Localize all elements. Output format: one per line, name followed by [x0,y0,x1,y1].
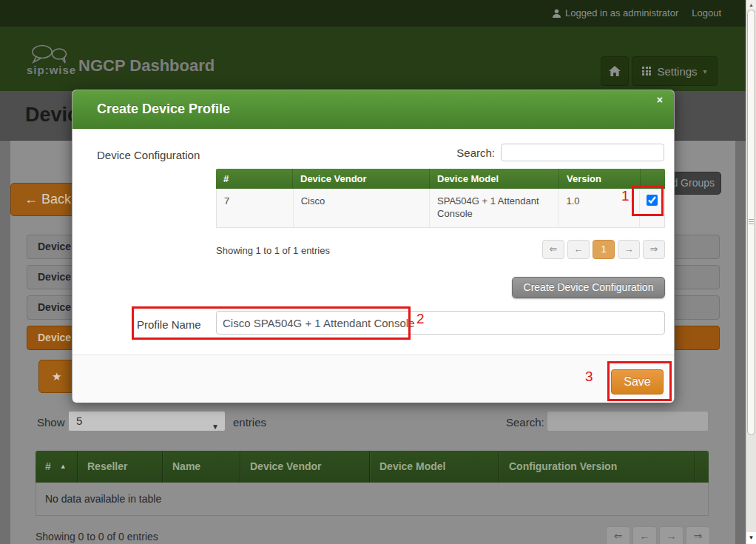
pagination-first-button[interactable]: ⇐ [606,526,630,544]
select-caret-icon: ▼ [212,417,219,437]
pagination-next-button[interactable]: → [659,526,684,544]
sort-asc-icon: ▲ [60,463,67,470]
login-status-text: Logged in as administrator [565,7,678,19]
table-row: 7 Cisco SPA504G + 1 Attendant Console 1.… [216,189,665,228]
create-device-profile-modal: Create Device Profile × Device Configura… [72,90,675,402]
column-header-version[interactable]: Version [559,169,641,189]
chevron-down-icon: ▾ [703,67,707,75]
modal-showing-info: Showing 1 to 1 of 1 entries [216,245,330,256]
sipwise-logo-icon [28,44,71,64]
device-configuration-table-header: # Device Vendor Device Model Version [216,169,665,189]
profiles-table: #▲ Reseller Name Device Vendor Device Mo… [36,451,709,516]
list-showing-info: Showing 0 to 0 of 0 entries [36,531,158,543]
column-header-name[interactable]: Name [163,451,240,483]
back-button-label: Back [41,192,71,206]
column-header-actions [695,451,709,483]
empty-table-row: No data available in table [36,483,709,516]
profiles-table-header: #▲ Reseller Name Device Vendor Device Mo… [36,451,709,483]
modal-search-label: Search: [456,147,495,159]
list-pagination: ⇐ ← → ⇒ [606,526,710,544]
screen: Logged in as administrator Logout sip:wi… [0,0,756,544]
user-icon [553,9,561,18]
pagination-prev-button[interactable]: ← [632,526,657,544]
modal-header: Create Device Profile × [72,90,674,129]
scrollbar-grip [749,219,754,225]
settings-button-label: Settings [657,65,697,78]
pagination-last-button[interactable]: ⇒ [686,526,710,544]
cell-device-vendor: Cisco [294,189,430,227]
scrollbar-thumb[interactable] [747,10,755,435]
brand-product-name: NGCP Dashboard [78,56,215,75]
star-icon: ★ [52,370,61,383]
column-header-id[interactable]: #▲ [36,451,78,483]
column-header-device-vendor[interactable]: Device Vendor [240,451,370,483]
entries-per-page-value: 5 [76,414,82,427]
settings-button[interactable]: Settings ▾ [632,56,718,86]
annotation-number-step3: 3 [585,369,593,385]
device-configuration-label: Device Configuration [97,149,200,161]
pagination-next-button[interactable]: → [618,240,640,259]
list-search-label: Search: [506,416,544,429]
column-header-device-model[interactable]: Device Model [370,451,499,483]
top-status-bar: Logged in as administrator Logout [0,0,756,27]
column-header-device-vendor[interactable]: Device Vendor [293,169,430,189]
annotation-box-step3 [607,361,672,401]
main-navbar: sip:wise NGCP Dashboard Settings ▾ [0,27,756,91]
column-header-id[interactable]: # [216,169,293,189]
grid-icon [642,67,651,75]
brand-logo-text: sip:wise [27,64,76,76]
scrollbar-up-icon[interactable]: ▲ [746,0,756,10]
close-icon[interactable]: × [657,94,663,106]
login-status: Logged in as administrator [553,7,678,19]
home-icon [609,66,621,76]
annotation-box-step1 [632,186,664,216]
column-header-device-model[interactable]: Device Model [430,169,559,189]
cell-id: 7 [217,189,294,227]
column-header-reseller[interactable]: Reseller [78,451,163,483]
entries-label: entries [233,416,266,429]
annotation-box-step2 [132,306,411,340]
browser-scrollbar: ▲ ▼ [746,0,756,544]
logout-link[interactable]: Logout [692,7,721,19]
back-arrow-icon: ← [24,192,38,206]
annotation-number-step2: 2 [416,311,425,327]
scrollbar-down-icon[interactable]: ▼ [746,532,756,544]
column-header-configuration-version[interactable]: Configuration Version [499,451,695,483]
pagination-first-button[interactable]: ⇐ [542,240,564,259]
modal-footer: Save [72,355,674,403]
entries-per-page-select[interactable]: 5 ▼ [68,411,226,431]
modal-search-input[interactable] [501,144,664,161]
list-search-input[interactable] [547,411,709,431]
home-button[interactable] [601,56,629,86]
create-device-configuration-button[interactable]: Create Device Configuration [512,277,665,298]
modal-title: Create Device Profile [97,101,230,117]
cell-device-model: SPA504G + 1 Attendant Console [430,189,558,227]
pagination-prev-button[interactable]: ← [567,240,590,259]
annotation-number-step1: 1 [621,188,630,204]
modal-pagination: ⇐ ← 1 → ⇒ [542,240,665,259]
show-label: Show [37,416,65,429]
pagination-page-1-button[interactable]: 1 [593,240,615,259]
device-configuration-table: # Device Vendor Device Model Version 7 C… [216,169,665,228]
pagination-last-button[interactable]: ⇒ [643,240,665,259]
